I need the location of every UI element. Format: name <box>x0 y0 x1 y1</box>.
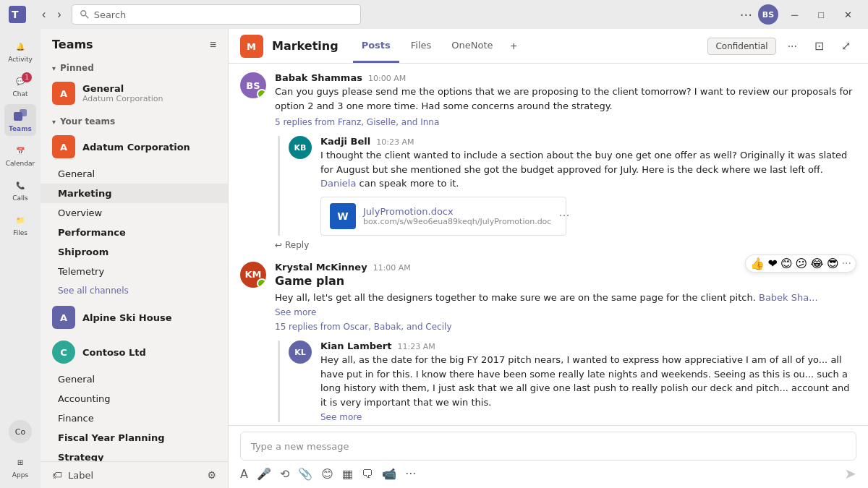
msg2-see-more[interactable]: See more <box>275 307 856 317</box>
close-button[interactable]: ✕ <box>837 7 859 23</box>
search-bar[interactable]: Search <box>72 4 361 25</box>
msg1-header: Babak Shammas 10:00 AM <box>275 72 856 83</box>
msg2-text: Hey all, let's get all the designers tog… <box>275 291 856 305</box>
sidebar-item-fiscal[interactable]: Fiscal Year Planning <box>41 428 228 448</box>
rail-item-calendar[interactable]: 📅 Calendar <box>4 139 36 171</box>
label-icon: 🏷 <box>52 469 62 481</box>
rail-item-calls[interactable]: 📞 Calls <box>4 174 36 205</box>
sidebar: Teams ≡ ▾ Pinned A General Adatum Corpor… <box>41 29 229 488</box>
attachment-name[interactable]: JulyPromotion.docx <box>363 206 551 217</box>
tab-posts[interactable]: Posts <box>353 30 399 63</box>
sidebar-filter-button[interactable]: ≡ <box>210 38 216 51</box>
content: M Marketing Posts Files OneNote + Confid… <box>229 29 868 488</box>
rail-label-calls: Calls <box>12 194 28 202</box>
reply-arrow-icon: ↩ <box>275 240 282 250</box>
channel-view-button[interactable]: ⊡ <box>809 36 830 56</box>
more-toolbar-icon[interactable]: ··· <box>405 467 416 481</box>
emoji-smile[interactable]: 😊 <box>780 257 793 270</box>
sidebar-item-marketing[interactable]: Marketing <box>41 184 228 203</box>
emoji-thumbsup[interactable]: 👍 <box>750 257 765 270</box>
msg2-author: Krystal McKinney <box>275 262 367 273</box>
more-apps-icon: ⊞ <box>12 454 28 470</box>
msg1-avatar: BS <box>240 72 266 98</box>
minimize-button[interactable]: ─ <box>784 7 805 23</box>
rail-item-files[interactable]: 📁 Files <box>4 208 36 240</box>
sidebar-item-contoso-general[interactable]: General <box>41 369 228 389</box>
nav-forward-button[interactable]: › <box>53 5 65 24</box>
msg2-avatar: KM <box>240 262 266 288</box>
attachment-more-button[interactable]: ··· <box>558 209 569 223</box>
rail-item-chat[interactable]: 💬 Chat 1 <box>4 69 36 101</box>
sidebar-item-accounting[interactable]: Accounting <box>41 389 228 408</box>
channel-expand-button[interactable]: ⤢ <box>835 36 856 56</box>
thread2-header: Kian Lambert 11:23 AM <box>320 341 856 351</box>
your-teams-label: Your teams <box>60 116 115 127</box>
channel-header-right: Confidential ··· ⊡ ⤢ <box>707 36 856 56</box>
video-icon[interactable]: 📹 <box>382 467 396 481</box>
emoji-heart[interactable]: ❤️ <box>767 257 777 270</box>
tab-onenote[interactable]: OneNote <box>443 30 501 63</box>
rail-label-calendar: Calendar <box>6 160 35 167</box>
sidebar-scroll: ▾ Pinned A General Adatum Corporation ▾ … <box>41 60 228 461</box>
avatar[interactable]: BS <box>758 4 778 25</box>
emoji-icon[interactable]: 😊 <box>321 467 333 481</box>
sidebar-item-strategy[interactable]: Strategy <box>41 448 228 461</box>
more-options-button[interactable]: ··· <box>740 7 752 22</box>
maximize-button[interactable]: □ <box>811 7 831 23</box>
contoso-name: Contoso Ltd <box>82 347 146 358</box>
tab-add-button[interactable]: + <box>505 30 523 63</box>
reaction-more-button[interactable]: ··· <box>842 257 851 269</box>
send-button[interactable]: ➤ <box>844 465 856 482</box>
rail-item-activity[interactable]: 🔔 Activity <box>4 35 36 67</box>
pinned-item-general[interactable]: A General Adatum Corporation <box>41 76 228 111</box>
format-icon[interactable]: A <box>240 467 248 481</box>
rail-item-more[interactable]: ⊞ Apps <box>4 450 36 482</box>
message-input-box[interactable]: Type a new message <box>240 432 856 461</box>
nav-back-button[interactable]: ‹ <box>38 5 50 24</box>
pinned-chevron: ▾ <box>52 64 56 72</box>
app-icon: T <box>9 6 26 23</box>
thread-1-msg: KB Kadji Bell 10:23 AM I thought the cli… <box>289 136 856 236</box>
see-all-adatum[interactable]: See all channels <box>41 281 228 300</box>
msg1-replies[interactable]: 5 replies from Franz, Giselle, and Inna <box>275 117 856 127</box>
attach-file-icon[interactable]: 📎 <box>298 467 312 481</box>
emoji-cool[interactable]: 😎 <box>827 257 839 270</box>
team-item-alpine[interactable]: A Alpine Ski House <box>41 300 228 335</box>
sidebar-item-telemetry[interactable]: Telemetry <box>41 262 228 281</box>
sidebar-item-finance[interactable]: Finance <box>41 408 228 428</box>
label-gear-icon[interactable]: ⚙ <box>207 469 216 481</box>
rail-label-chat: Chat <box>12 90 27 98</box>
msg1-reply-button[interactable]: ↩ Reply <box>275 240 309 250</box>
attach-audio-icon[interactable]: 🎤 <box>257 467 271 481</box>
sidebar-item-performance[interactable]: Performance <box>41 223 228 242</box>
emoji-laugh[interactable]: 😂 <box>810 257 824 270</box>
svg-text:T: T <box>12 9 19 20</box>
pinned-avatar: A <box>52 82 75 105</box>
rail-item-contoso[interactable]: Co <box>4 416 36 448</box>
rail-item-teams[interactable]: Teams <box>4 104 36 136</box>
pinned-item-info: General Adatum Corporation <box>82 83 163 103</box>
table-icon[interactable]: ▦ <box>342 467 353 481</box>
loop-icon[interactable]: ⟲ <box>280 467 289 481</box>
sidebar-item-overview[interactable]: Overview <box>41 203 228 223</box>
alpine-avatar: A <box>52 306 75 329</box>
thread2-body: Kian Lambert 11:23 AM Hey all, as the da… <box>320 341 856 422</box>
thread2-see-more[interactable]: See more <box>320 412 856 422</box>
search-placeholder: Search <box>94 9 127 20</box>
sidebar-item-general[interactable]: General <box>41 164 228 184</box>
your-teams-section-header[interactable]: ▾ Your teams <box>41 114 228 129</box>
team-item-adatum[interactable]: A Adatum Corporation <box>41 129 228 164</box>
sidebar-header: Teams ≡ <box>41 29 228 60</box>
sticker-icon[interactable]: 🗨 <box>362 467 373 481</box>
msg2-replies[interactable]: 15 replies from Oscar, Babak, and Cecily <box>275 322 856 332</box>
sidebar-item-shiproom[interactable]: Shiproom <box>41 242 228 262</box>
tab-files[interactable]: Files <box>402 30 441 63</box>
pinned-item-name: General <box>82 83 163 94</box>
search-icon <box>80 9 90 20</box>
rail-label-files: Files <box>13 229 27 236</box>
pinned-section-header[interactable]: ▾ Pinned <box>41 60 228 76</box>
team-item-contoso[interactable]: C Contoso Ltd <box>41 335 228 369</box>
emoji-confused[interactable]: 😕 <box>796 257 808 270</box>
label-text: Label <box>68 470 201 481</box>
channel-more-button[interactable]: ··· <box>782 37 803 56</box>
